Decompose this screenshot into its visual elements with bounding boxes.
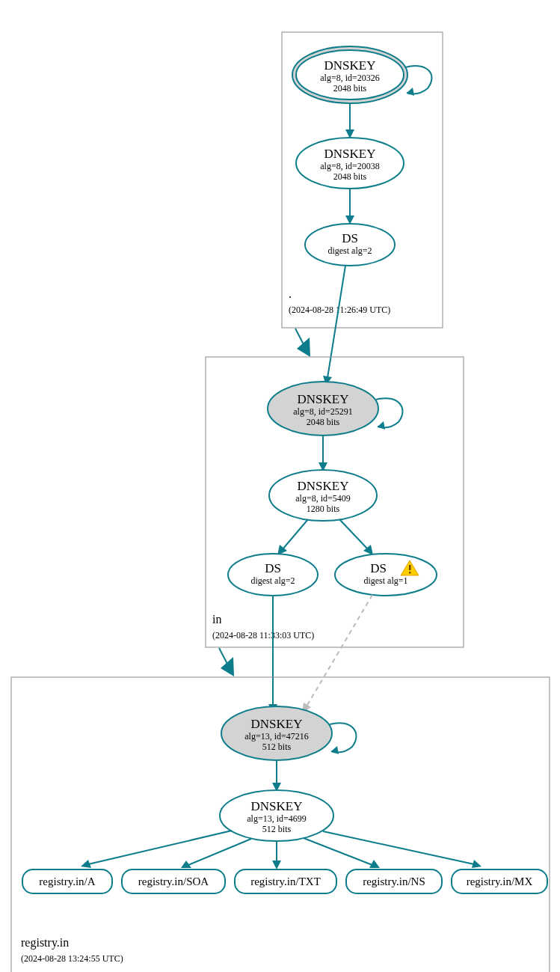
in-ksk-bits: 2048 bits (307, 417, 340, 427)
tgt-zsk-title: DNSKEY (251, 799, 303, 813)
edge-root-ksk-self (405, 66, 431, 94)
tgt-zsk-bits: 512 bits (262, 824, 292, 834)
edge-z-a (88, 831, 232, 864)
in-zsk-alg: alg=8, id=5409 (295, 493, 351, 504)
zone-in: DNSKEY alg=8, id=25291 2048 bits DNSKEY … (206, 357, 464, 647)
node-rr-mx: registry.in/MX (452, 869, 547, 893)
node-rr-txt: registry.in/TXT (235, 869, 336, 893)
node-rr-soa: registry.in/SOA (122, 869, 225, 893)
node-root-ksk: DNSKEY alg=8, id=20326 2048 bits (292, 46, 407, 103)
edge-root-ds-in-ksk (327, 266, 345, 378)
in-zsk-bits: 1280 bits (307, 504, 340, 514)
root-ds-digest: digest alg=2 (327, 245, 372, 256)
zone-in-ts: (2024-08-28 11:33:03 UTC) (212, 630, 314, 641)
root-zsk-alg: alg=8, id=20038 (320, 161, 380, 171)
rr-txt-label: registry.in/TXT (250, 875, 321, 887)
root-ds-title: DS (342, 231, 358, 245)
tgt-ksk-title: DNSKEY (251, 717, 303, 731)
edge-in-zsk-ds1 (283, 519, 308, 549)
root-ksk-bits: 2048 bits (333, 83, 367, 94)
rr-a-label: registry.in/A (39, 875, 95, 887)
arrow-root-ksk-self (407, 88, 414, 96)
root-zsk-bits: 2048 bits (333, 171, 367, 182)
edge-z-mx (323, 831, 474, 864)
dnssec-diagram: DNSKEY alg=8, id=20326 2048 bits DNSKEY … (0, 0, 560, 972)
edge-in-ds2-tgt-dashed (307, 595, 372, 706)
zone-in-name: in (212, 613, 221, 626)
zone-target-name: registry.in (21, 936, 69, 950)
in-ds1-title: DS (265, 561, 281, 575)
root-zsk-title: DNSKEY (324, 147, 376, 161)
edge-in-ksk-self (376, 398, 402, 427)
in-ds1-digest: digest alg=2 (250, 575, 295, 586)
node-tgt-ksk: DNSKEY alg=13, id=47216 512 bits (221, 706, 332, 760)
arrow-root-to-in-thick (297, 337, 310, 357)
tgt-zsk-alg: alg=13, id=4699 (247, 813, 307, 824)
node-rr-ns: registry.in/NS (346, 869, 442, 893)
root-ksk-alg: alg=8, id=20326 (320, 73, 380, 83)
arrow-in-ksk-self (378, 421, 385, 430)
rr-ns-label: registry.in/NS (363, 875, 425, 887)
node-tgt-zsk: DNSKEY alg=13, id=4699 512 bits (220, 790, 333, 841)
node-in-ksk: DNSKEY alg=8, id=25291 2048 bits (268, 382, 378, 435)
node-in-ds2: DS digest alg=1 (335, 554, 437, 596)
zone-target: DNSKEY alg=13, id=47216 512 bits DNSKEY … (11, 677, 550, 972)
rr-mx-label: registry.in/MX (467, 875, 533, 887)
node-rr-a: registry.in/A (22, 869, 112, 893)
svg-rect-11 (409, 565, 411, 570)
zone-root-name: . (289, 287, 292, 300)
tgt-ksk-alg: alg=13, id=47216 (244, 731, 309, 742)
node-root-zsk: DNSKEY alg=8, id=20038 2048 bits (296, 138, 404, 189)
in-ds2-title: DS (370, 561, 387, 575)
edge-z-ns (304, 838, 372, 865)
root-ksk-title: DNSKEY (324, 58, 376, 73)
node-root-ds: DS digest alg=2 (305, 224, 395, 266)
svg-marker-18 (272, 861, 281, 869)
node-in-zsk: DNSKEY alg=8, id=5409 1280 bits (269, 470, 377, 521)
in-ksk-alg: alg=8, id=25291 (293, 406, 353, 417)
rr-soa-label: registry.in/SOA (138, 875, 209, 887)
svg-rect-12 (409, 572, 411, 574)
in-ds2-digest: digest alg=1 (363, 575, 407, 586)
zone-root: DNSKEY alg=8, id=20326 2048 bits DNSKEY … (282, 32, 443, 328)
edge-in-zsk-ds2 (339, 519, 368, 549)
svg-marker-16 (81, 860, 91, 868)
arrow-in-to-target-thick (221, 657, 234, 676)
in-ksk-title: DNSKEY (298, 392, 349, 406)
zone-target-ts: (2024-08-28 13:24:55 UTC) (21, 953, 123, 964)
in-zsk-title: DNSKEY (298, 479, 349, 493)
node-in-ds1: DS digest alg=2 (228, 554, 318, 596)
svg-marker-20 (472, 860, 481, 868)
tgt-ksk-bits: 512 bits (262, 742, 292, 752)
edge-tgt-ksk-self (330, 723, 356, 752)
arrow-tgt-ksk-self (331, 746, 339, 754)
edge-z-soa (188, 839, 251, 865)
